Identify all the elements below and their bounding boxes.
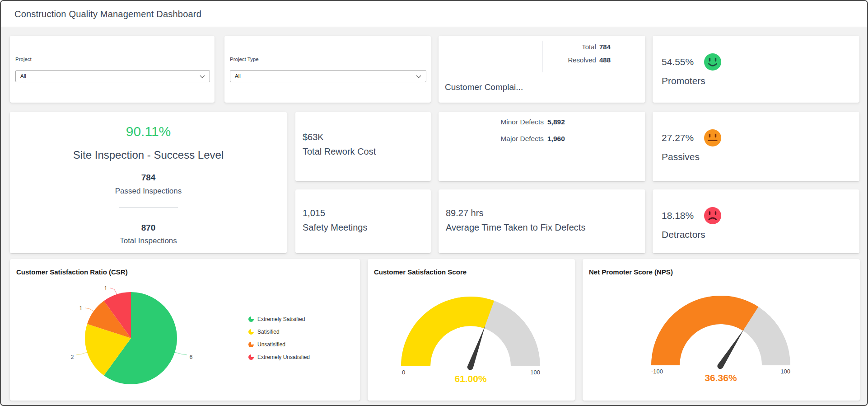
minor-defects-row: Minor Defects5,892 [485, 118, 565, 126]
gauge-fill [401, 297, 494, 366]
major-defects-label: Major Defects [485, 135, 544, 143]
rework-cost-label: Total Rework Cost [303, 146, 376, 157]
detractors-card: 18.18% Detractors [653, 189, 859, 253]
project-filter-label: Project [15, 57, 32, 62]
gauge-max-label: 100 [530, 369, 540, 376]
neutral-face-icon [704, 129, 721, 146]
legend-label: Satisified [257, 329, 280, 335]
rework-cost-value: $63K [303, 132, 324, 142]
minor-defects-value: 5,892 [547, 118, 565, 126]
pie-data-label: 1 [104, 285, 107, 292]
major-defects-value: 1,960 [547, 135, 565, 142]
divider [542, 41, 542, 72]
detractors-label: Detractors [662, 229, 705, 240]
complaints-total-row: Total784 [568, 43, 611, 51]
pie-data-label: 6 [190, 354, 193, 360]
promoters-percentage: 54.55% [662, 57, 694, 67]
promoters-card: 54.55% Promoters [653, 36, 859, 103]
callout-line [85, 308, 93, 311]
pie-data-label: 2 [71, 354, 74, 360]
legend-pie-icon [248, 316, 254, 322]
passed-inspections-value: 784 [10, 173, 287, 183]
gauge-fill [651, 296, 758, 365]
callout-line [110, 288, 117, 294]
legend-item-satisfied[interactable]: Satisified [248, 329, 310, 335]
callout-line [175, 352, 187, 355]
complaints-resolved-row: Resolved488 [568, 56, 611, 64]
passives-card: 27.27% Passives [653, 112, 859, 181]
complaints-total-label: Total [582, 43, 596, 51]
gauge-min-label: 0 [402, 369, 405, 376]
complaints-total-value: 784 [599, 43, 611, 51]
legend-label: Extremely Satisified [257, 316, 305, 322]
callout-line [76, 352, 87, 355]
page-title: Construction Quality Management Dashboar… [14, 1, 201, 27]
pie-data-label: 1 [79, 305, 83, 312]
project-select[interactable]: All [15, 70, 210, 82]
site-inspection-percentage: 90.11% [10, 124, 287, 139]
gauge-max-label: 100 [780, 368, 790, 375]
legend-label: Extremely Unsatisfied [257, 354, 310, 360]
legend-label: Unsatisified [257, 341, 285, 348]
safety-meetings-card: 1,015 Safety Meetings [295, 189, 431, 253]
csat-gauge: 0 100 61.00% [368, 259, 575, 401]
promoters-label: Promoters [662, 76, 705, 86]
dashboard-window: Construction Quality Management Dashboar… [0, 0, 868, 406]
legend-pie-icon [248, 354, 254, 360]
legend-item-extremely-satisfied[interactable]: Extremely Satisified [248, 316, 310, 322]
chevron-down-icon [200, 75, 205, 78]
minor-defects-label: Minor Defects [485, 118, 544, 126]
csr-pie-chart-card: Customer Satisfaction Ratio (CSR) 1 1 2 … [10, 259, 360, 401]
gauge-needle [716, 328, 747, 370]
customer-complaints-title: Customer Complai... [445, 82, 523, 92]
legend-item-extremely-unsatisfied[interactable]: Extremely Unsatisfied [248, 354, 310, 360]
fix-time-label: Average Time Taken to Fix Defects [446, 222, 585, 233]
passed-inspections-label: Passed Inspections [10, 187, 287, 196]
project-select-value: All [20, 73, 26, 79]
legend-pie-icon [248, 329, 254, 335]
major-defects-row: Major Defects1,960 [485, 135, 565, 143]
gauge-value-label: 36.36% [705, 373, 737, 383]
defects-card: Minor Defects5,892 Major Defects1,960 [439, 112, 645, 181]
fix-time-card: 89.27 hrs Average Time Taken to Fix Defe… [439, 189, 645, 253]
site-inspection-title: Site Inspection - Success Level [10, 149, 287, 161]
total-inspections-label: Total Inspections [10, 236, 287, 245]
gauge-min-label: -100 [651, 368, 663, 375]
csat-gauge-card: Customer Satisfaction Score 0 100 61.00% [368, 259, 575, 401]
project-type-filter-card: Project Type All [224, 36, 431, 103]
complaints-resolved-label: Resolved [568, 56, 596, 64]
rework-cost-card: $63K Total Rework Cost [295, 112, 431, 181]
gauge-value-label: 61.00% [454, 373, 487, 384]
chevron-down-icon [416, 75, 421, 78]
safety-meetings-value: 1,015 [303, 208, 325, 218]
fix-time-value: 89.27 hrs [446, 208, 483, 218]
safety-meetings-label: Safety Meetings [303, 222, 367, 233]
divider [119, 207, 178, 208]
total-inspections-value: 870 [10, 223, 287, 233]
site-inspection-card: 90.11% Site Inspection - Success Level 7… [10, 112, 287, 253]
customer-complaints-card: Customer Complai... Total784 Resolved488 [439, 36, 645, 103]
nps-gauge-card: Net Promoter Score (NPS) -100 100 36.36% [583, 259, 860, 401]
project-type-select-value: All [235, 73, 241, 79]
complaints-resolved-value: 488 [599, 56, 611, 64]
legend-pie-icon [248, 342, 254, 347]
project-filter-card: Project All [10, 36, 215, 103]
pie-legend: Extremely Satisified Satisified Unsatisi… [248, 316, 310, 367]
sad-face-icon [704, 207, 721, 224]
gauge-needle [467, 325, 488, 371]
nps-gauge: -100 100 36.36% [583, 259, 860, 401]
happy-face-icon [704, 53, 721, 71]
legend-item-unsatisfied[interactable]: Unsatisified [248, 341, 310, 348]
passives-percentage: 27.27% [662, 132, 694, 143]
passives-label: Passives [662, 151, 700, 162]
project-type-filter-label: Project Type [230, 57, 259, 62]
header-bar: Construction Quality Management Dashboar… [1, 1, 867, 27]
project-type-select[interactable]: All [230, 70, 426, 82]
detractors-percentage: 18.18% [662, 210, 694, 221]
